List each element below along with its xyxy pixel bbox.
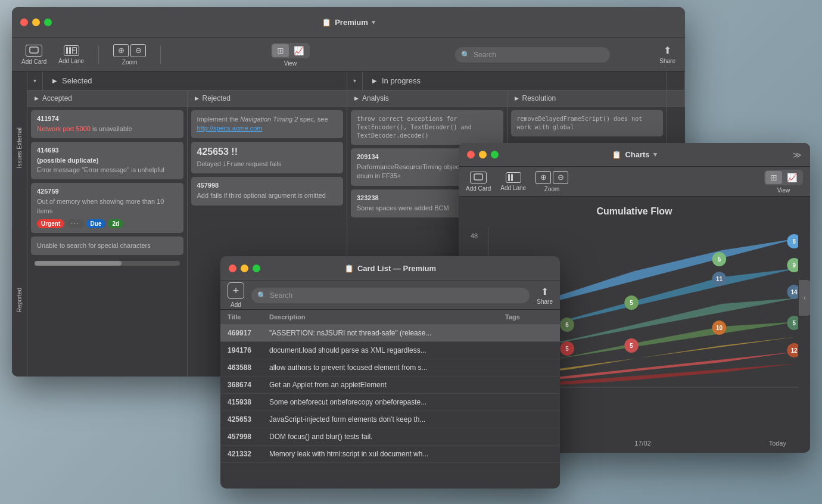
cardlist-close-button[interactable] (229, 265, 236, 272)
row-tags (505, 398, 553, 406)
cardlist-minimize-button[interactable] (241, 265, 248, 272)
add-card-button[interactable]: Add Card (21, 45, 46, 65)
charts-toolbar: Add Card Add Lane ⊕ ⊖ Zoom ⊞ 📈 View (459, 167, 810, 197)
add-lane-button[interactable]: ≡ Add Lane (58, 45, 84, 64)
charts-grid-view-button[interactable]: ⊞ (765, 171, 782, 184)
zoom-out-button[interactable]: ⊖ (130, 44, 146, 57)
svg-text:5: 5 (630, 343, 633, 349)
table-header: Title Description Tags (220, 310, 560, 325)
lane-scrollbar[interactable] (35, 261, 180, 266)
card-425759[interactable]: 425759 Out of memory when showing more t… (31, 183, 183, 233)
grid-view-button[interactable]: ⊞ (272, 44, 289, 57)
row-tags (505, 450, 553, 458)
toolbar-addcard-group: Add Card (21, 45, 46, 65)
th-description: Description (269, 313, 505, 321)
card-457998[interactable]: 457998 Add fails if third optional argum… (191, 177, 344, 205)
accepted-arrow-icon: ▶ (35, 95, 39, 101)
card-removeframe[interactable]: removeDelayedFrameScript() does not work… (511, 110, 664, 136)
sidebar-labels: Issues External Reported (12, 71, 27, 377)
chart-view-button[interactable]: 📈 (289, 44, 309, 57)
cardlist-add-label: Add (231, 301, 241, 308)
search-input-wrap[interactable]: 🔍 Search (455, 47, 610, 63)
row-description: document.load should parse as XML regard… (269, 346, 505, 354)
card-body: Add fails if third optional argument is … (197, 191, 338, 200)
card-navtiming[interactable]: Implement the Navigation Timing 2 spec, … (191, 110, 344, 138)
th-tags: Tags (505, 313, 553, 321)
charts-view-toggle: ⊞ 📈 (764, 170, 803, 185)
table-row[interactable]: 368674 Get an Applet from an appletEleme… (220, 377, 560, 394)
fullscreen-button[interactable] (44, 18, 52, 26)
minimize-button[interactable] (32, 18, 40, 26)
table-row[interactable]: 421332 Memory leak with html:script in x… (220, 446, 560, 463)
row-description: Some onbeforecut onbeforecopy onbeforepa… (269, 398, 505, 406)
cardlist-add-button[interactable]: + (228, 282, 244, 299)
view-label: View (284, 60, 297, 67)
group-selected-label: Selected (62, 76, 92, 85)
charts-add-lane-button[interactable]: Add Lane (500, 172, 526, 191)
share-button[interactable]: ⬆ Share (659, 45, 675, 64)
table-row[interactable]: 415938 Some onbeforecut onbeforecopy onb… (220, 394, 560, 411)
charts-titlebar: 📋 Charts ▾ ≫ (459, 143, 810, 167)
group-toggle[interactable]: ▾ (27, 71, 43, 90)
table-row[interactable]: 194176 document.load should parse as XML… (220, 342, 560, 359)
group-toggle-2[interactable]: ▾ (347, 71, 363, 90)
share-label: Share (659, 58, 675, 64)
view-group: ⊞ 📈 View (175, 43, 406, 67)
svg-text:8: 8 (792, 238, 796, 245)
svg-text:10: 10 (716, 325, 723, 331)
card-414693[interactable]: 414693 (possible duplicate) Error messag… (31, 142, 183, 179)
col-resolution-label: Resolution (522, 94, 556, 102)
chevron-left-icon: ‹ (804, 294, 806, 302)
row-id: 457998 (228, 433, 269, 441)
title-chevron-icon: ▾ (372, 18, 375, 26)
card-mono: iFrame (223, 161, 244, 167)
card-id-large: 425653 !! (197, 147, 338, 157)
card-body: Implement the Navigation Timing 2 spec, … (197, 115, 338, 133)
search-placeholder: Search (474, 51, 496, 59)
table-row[interactable]: 457998 DOM focus() and blur() tests fail… (220, 428, 560, 446)
card-body: Delayed iFrame request fails (197, 160, 338, 169)
charts-title-icon: 📋 (612, 150, 621, 159)
card-id: 425759 (37, 188, 178, 195)
table-row[interactable]: 463588 allow authors to prevent focused … (220, 359, 560, 377)
cardlist-share-label: Share (537, 298, 553, 305)
card-411974[interactable]: 411974 Network port 5000 is unavailable (31, 110, 183, 138)
charts-traffic-lights (467, 151, 499, 158)
row-tags (505, 433, 553, 441)
charts-zoom-in-button[interactable]: ⊕ (535, 171, 551, 184)
card-link-text: Network port 5000 (37, 125, 91, 132)
charts-add-card-button[interactable]: Add Card (466, 172, 491, 192)
charts-chevron-button[interactable]: ‹ (799, 280, 810, 316)
charts-title-text: Charts (625, 150, 649, 159)
cardlist-fullscreen-button[interactable] (253, 265, 260, 272)
col-rejected: ▶ Rejected (188, 91, 348, 106)
zoom-label: Zoom (122, 59, 138, 66)
cardlist-title-text: Card List — Premium (357, 264, 436, 273)
add-plus-icon: + (233, 285, 239, 297)
sidebar-label-reported: Reported (12, 224, 27, 377)
cardlist-search-input[interactable]: 🔍 Search (251, 288, 530, 303)
zoom-in-button[interactable]: ⊕ (113, 44, 129, 57)
view-toggle: ⊞ 📈 (271, 43, 310, 58)
card-425653[interactable]: 425653 !! Delayed iFrame request fails (191, 142, 344, 173)
card-textencoder[interactable]: throw correct exceptions for TextEncoder… (351, 110, 503, 145)
table-row[interactable]: 425653 JavaScript-injected form elements… (220, 411, 560, 428)
analysis-arrow-icon: ▶ (354, 95, 359, 101)
col-analysis-label: Analysis (362, 94, 389, 102)
charts-zoom-buttons: ⊕ ⊖ (535, 171, 568, 184)
table-row[interactable]: 469917 "ASSERTION: nsJSURI not thread-sa… (220, 325, 560, 342)
th-title: Title (228, 313, 269, 321)
charts-zoom-out-button[interactable]: ⊖ (553, 171, 568, 184)
inprogress-arrow-icon: ▶ (372, 77, 377, 84)
charts-fullscreen-button[interactable] (491, 151, 499, 158)
x-label-2: 17/02 (634, 440, 651, 447)
card-subtext: (possible duplicate) (37, 156, 178, 165)
card-search[interactable]: Unable to search for special characters (31, 237, 183, 255)
charts-close-button[interactable] (467, 151, 475, 158)
svg-rect-1 (474, 174, 482, 180)
charts-chart-view-button[interactable]: 📈 (782, 171, 802, 184)
charts-minimize-button[interactable] (479, 151, 487, 158)
charts-expand-button[interactable]: ≫ (793, 150, 802, 160)
cardlist-share-button[interactable]: ⬆ (541, 286, 549, 297)
close-button[interactable] (20, 18, 28, 26)
